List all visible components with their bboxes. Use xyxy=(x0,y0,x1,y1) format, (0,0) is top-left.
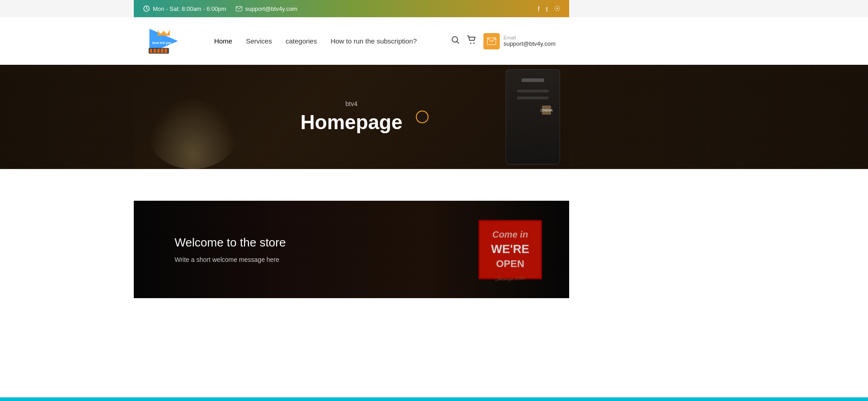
cart-icon[interactable] xyxy=(467,35,477,47)
social-icons-group: f t ☉ xyxy=(538,5,560,13)
svg-line-14 xyxy=(457,42,459,44)
gap-left xyxy=(0,169,134,201)
clock-icon xyxy=(143,5,150,12)
topbar-mail-icon xyxy=(235,5,243,12)
instagram-icon[interactable]: ☉ xyxy=(554,5,560,13)
facebook-icon[interactable]: f xyxy=(538,5,540,13)
svg-marker-11 xyxy=(158,30,170,36)
gap-center xyxy=(134,169,569,201)
welcome-section: Come in WE'RE OPEN موستقل.com Welcome to… xyxy=(134,201,569,298)
nav-services[interactable]: Services xyxy=(246,37,272,45)
remaining-right xyxy=(569,298,868,401)
hero-right-bg xyxy=(569,65,868,169)
email-envelope-icon xyxy=(483,33,500,49)
site-logo[interactable]: best tv4 you xyxy=(147,26,180,56)
remaining-center xyxy=(134,298,569,401)
main-nav: Home Services categories How to run the … xyxy=(214,37,417,45)
topbar-email-text: support@btv4y.com xyxy=(245,5,297,12)
svg-rect-9 xyxy=(161,49,163,53)
svg-rect-6 xyxy=(150,49,152,53)
remaining-left xyxy=(0,298,134,401)
hero-title: Homepage xyxy=(301,111,403,134)
email-info: Email support@btv4y.com xyxy=(503,35,556,47)
topbar-right-spacer xyxy=(569,0,868,17)
topbar-info-group: Mon - Sat: 8:00am - 6:00pm support@btv4y… xyxy=(143,5,297,12)
svg-point-16 xyxy=(473,43,475,44)
hero-circle-decoration xyxy=(416,111,429,123)
topbar-left-spacer xyxy=(0,0,134,17)
svg-rect-7 xyxy=(154,49,156,53)
email-label: Email xyxy=(503,35,556,40)
bottom-accent-bar xyxy=(0,397,868,401)
topbar-email: support@btv4y.com xyxy=(235,5,297,12)
header-actions: Email support@btv4y.com xyxy=(451,33,556,49)
twitter-icon[interactable]: t xyxy=(546,5,548,13)
hero-left-bg xyxy=(0,65,134,169)
svg-point-13 xyxy=(452,37,458,42)
open-sign: Come in WE'RE OPEN موستقل.com xyxy=(478,220,542,279)
welcome-title: Welcome to the store xyxy=(175,236,286,250)
nav-categories[interactable]: categories xyxy=(286,37,317,45)
nav-subscription[interactable]: How to run the subscription? xyxy=(331,37,417,45)
svg-rect-10 xyxy=(165,49,167,53)
hero-banner: CINEMA btv4 Homepage xyxy=(134,65,569,169)
gap-right xyxy=(569,169,868,201)
topbar: Mon - Sat: 8:00am - 6:00pm support@btv4y… xyxy=(134,0,569,17)
svg-line-2 xyxy=(146,9,148,10)
welcome-left-bg xyxy=(0,201,134,298)
nav-home[interactable]: Home xyxy=(214,37,232,45)
header: best tv4 you Home Services categories Ho… xyxy=(134,17,569,65)
business-hours: Mon - Sat: 8:00am - 6:00pm xyxy=(143,5,226,12)
email-address: support@btv4y.com xyxy=(503,40,556,47)
logo-svg: best tv4 you xyxy=(147,26,180,56)
welcome-subtitle: Write a short welcome message here xyxy=(175,256,279,263)
svg-text:best tv4 you: best tv4 you xyxy=(152,41,171,45)
welcome-right-bg xyxy=(569,201,868,298)
header-right-spacer xyxy=(569,17,868,65)
svg-rect-8 xyxy=(157,49,160,53)
search-icon[interactable] xyxy=(451,35,460,47)
hours-text: Mon - Sat: 8:00am - 6:00pm xyxy=(153,5,226,12)
svg-point-15 xyxy=(470,43,472,44)
hero-subtitle: btv4 xyxy=(346,100,357,107)
header-left-spacer xyxy=(0,17,134,65)
email-contact: Email support@btv4y.com xyxy=(483,33,556,49)
